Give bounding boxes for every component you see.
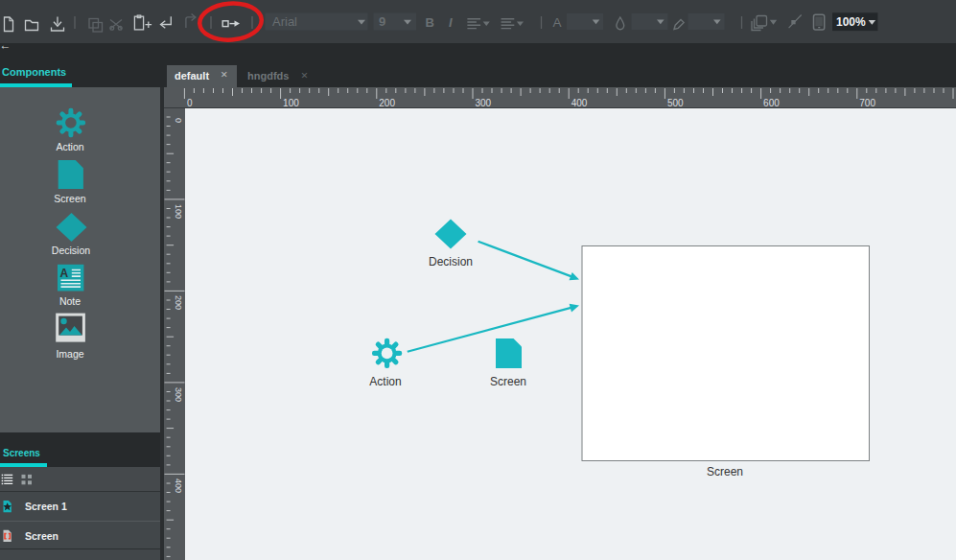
svg-text:I: I — [449, 15, 453, 30]
svg-text:9: 9 — [379, 14, 385, 29]
svg-text:100%: 100% — [836, 15, 866, 29]
svg-text:Arial: Arial — [272, 14, 297, 29]
svg-text:A: A — [60, 267, 69, 280]
svg-text:A: A — [553, 15, 562, 30]
svg-text:B: B — [426, 15, 434, 30]
